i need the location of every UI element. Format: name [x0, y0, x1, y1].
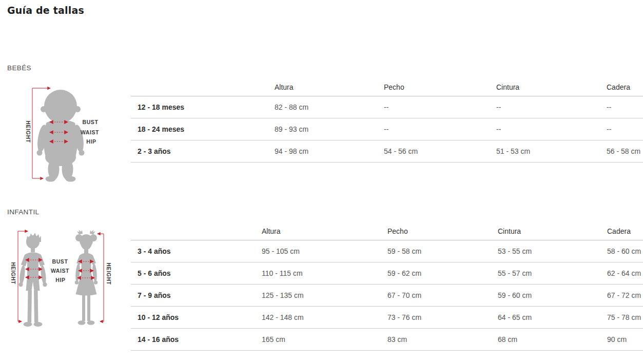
size-guide-page: Guía de tallas BEBÉS: [0, 0, 643, 364]
baby-measurement-figure: HEIGHT BUST WAIST HIP: [21, 82, 109, 183]
size-cell: 7 - 9 años: [131, 284, 255, 306]
pecho-cell: --: [377, 118, 490, 140]
girl-silhouette: [75, 230, 98, 325]
table-row: 18 - 24 meses 89 - 93 cm -- -- --: [131, 118, 643, 140]
girl-height-arrow: [98, 234, 104, 321]
baby-silhouette: [36, 90, 85, 182]
pecho-cell: 59 - 58 cm: [381, 240, 491, 262]
table-row: 7 - 9 años 125 - 135 cm 67 - 70 cm 59 - …: [131, 284, 643, 306]
table-header-row: Altura Pecho Cintura Cadera: [131, 224, 643, 240]
baby-hip-label: HIP: [86, 138, 96, 145]
section-label-bebes: BEBÉS: [7, 64, 31, 72]
altura-cell: 94 - 98 cm: [268, 140, 377, 162]
size-cell: 12 - 18 meses: [131, 96, 268, 118]
cadera-cell: --: [600, 118, 643, 140]
size-cell: 5 - 6 años: [131, 262, 255, 284]
kids-waist-label: WAIST: [51, 268, 69, 274]
col-header-cadera: Cadera: [600, 224, 643, 240]
cintura-cell: 68 cm: [491, 328, 600, 350]
cadera-cell: 90 cm: [600, 328, 643, 350]
pecho-cell: 83 cm: [381, 328, 491, 350]
table-header-row: Altura Pecho Cintura Cadera: [131, 79, 643, 96]
infantil-size-table: Altura Pecho Cintura Cadera 3 - 4 años 9…: [131, 224, 643, 351]
altura-cell: 89 - 93 cm: [268, 118, 377, 140]
pecho-cell: --: [377, 96, 490, 118]
cintura-cell: --: [490, 96, 600, 118]
cadera-cell: 67 - 72 cm: [600, 284, 643, 306]
altura-cell: 82 - 88 cm: [268, 96, 377, 118]
kids-measurement-figure: HEIGHT HEIGHT BUST WAIST HIP: [7, 230, 116, 332]
table-row: 12 - 18 meses 82 - 88 cm -- -- --: [131, 96, 643, 118]
cintura-cell: 64 - 65 cm: [491, 306, 600, 328]
altura-cell: 142 - 148 cm: [255, 306, 381, 328]
kids-hip-label: HIP: [55, 277, 65, 283]
cintura-cell: 53 - 55 cm: [491, 240, 600, 262]
size-cell: 2 - 3 años: [131, 140, 268, 162]
baby-waist-label: WAIST: [81, 129, 99, 135]
size-cell: 14 - 16 años: [131, 328, 255, 350]
cadera-cell: --: [600, 96, 643, 118]
cadera-cell: 56 - 58 cm: [600, 140, 643, 162]
bebes-size-table: Altura Pecho Cintura Cadera 12 - 18 mese…: [131, 79, 643, 163]
cadera-cell: 75 - 78 cm: [600, 306, 643, 328]
pecho-cell: 54 - 56 cm: [377, 140, 490, 162]
altura-cell: 110 - 115 cm: [255, 262, 381, 284]
table-row: 14 - 16 años 165 cm 83 cm 68 cm 90 cm: [131, 328, 643, 350]
boy-silhouette: [18, 233, 47, 327]
cintura-cell: 59 - 60 cm: [491, 284, 600, 306]
section-label-infantil: INFANTIL: [7, 208, 39, 216]
table-row: 10 - 12 años 142 - 148 cm 73 - 76 cm 64 …: [131, 306, 643, 328]
size-cell: 3 - 4 años: [131, 240, 255, 262]
pecho-cell: 67 - 70 cm: [381, 284, 491, 306]
altura-cell: 125 - 135 cm: [255, 284, 381, 306]
baby-bust-label: BUST: [83, 119, 99, 125]
cadera-cell: 58 - 60 cm: [600, 240, 643, 262]
altura-cell: 165 cm: [255, 328, 381, 350]
col-header-cintura: Cintura: [491, 224, 600, 240]
page-title: Guía de tallas: [7, 5, 84, 16]
size-cell: 10 - 12 años: [131, 306, 255, 328]
size-column-header: [131, 79, 268, 96]
col-header-cintura: Cintura: [490, 79, 600, 96]
col-header-altura: Altura: [268, 79, 377, 96]
boy-height-label: HEIGHT: [10, 262, 16, 284]
cintura-cell: 55 - 57 cm: [491, 262, 600, 284]
girl-height-label: HEIGHT: [106, 262, 112, 285]
col-header-altura: Altura: [255, 224, 381, 240]
altura-cell: 95 - 105 cm: [255, 240, 381, 262]
col-header-cadera: Cadera: [600, 79, 643, 96]
cintura-cell: 51 - 53 cm: [490, 140, 600, 162]
kids-bust-label: BUST: [52, 258, 68, 265]
size-column-header: [131, 224, 255, 240]
cadera-cell: 62 - 64 cm: [600, 262, 643, 284]
col-header-pecho: Pecho: [377, 79, 490, 96]
baby-height-label: HEIGHT: [25, 120, 31, 143]
table-row: 5 - 6 años 110 - 115 cm 59 - 62 cm 55 - …: [131, 262, 643, 284]
cintura-cell: --: [490, 118, 600, 140]
col-header-pecho: Pecho: [381, 224, 491, 240]
pecho-cell: 73 - 76 cm: [381, 306, 491, 328]
size-cell: 18 - 24 meses: [131, 118, 268, 140]
table-row: 3 - 4 años 95 - 105 cm 59 - 58 cm 53 - 5…: [131, 240, 643, 262]
pecho-cell: 59 - 62 cm: [381, 262, 491, 284]
table-row: 2 - 3 años 94 - 98 cm 54 - 56 cm 51 - 53…: [131, 140, 643, 162]
